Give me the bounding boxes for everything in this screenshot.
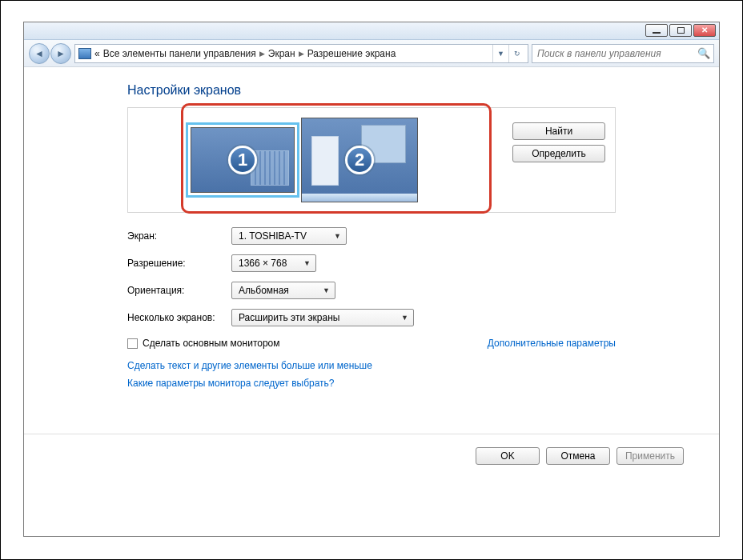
make-primary-checkbox[interactable]	[127, 338, 138, 349]
advanced-settings-link[interactable]: Дополнительные параметры	[488, 338, 616, 349]
chevron-down-icon: ▼	[323, 286, 330, 294]
breadcrumb-dropdown-button[interactable]: ▼	[492, 45, 508, 62]
identify-button[interactable]: Определить	[512, 145, 605, 162]
search-icon: 🔍	[697, 47, 710, 59]
chevron-down-icon: ▼	[334, 232, 341, 240]
page-title: Настройки экранов	[127, 83, 616, 98]
breadcrumb-leading: «	[94, 48, 100, 59]
displays-area[interactable]: 1 2	[128, 108, 480, 212]
multiple-displays-label: Несколько экранов:	[127, 312, 231, 323]
resolution-label: Разрешение:	[127, 258, 231, 269]
window: ✕ ◄ ► « Все элементы панели управления ▶…	[23, 22, 720, 537]
search-input[interactable]	[536, 45, 694, 62]
navbar: ◄ ► « Все элементы панели управления ▶ Э…	[24, 40, 719, 67]
display-select[interactable]: 1. TOSHIBA-TV ▼	[231, 227, 347, 245]
display-select-value: 1. TOSHIBA-TV	[239, 230, 307, 242]
chevron-right-icon: ▶	[299, 50, 304, 58]
content: Настройки экранов 1 2	[24, 67, 719, 536]
breadcrumb-item[interactable]: Все элементы панели управления	[103, 48, 256, 59]
displays-panel: 1 2 Найти Определить	[127, 107, 616, 213]
maximize-button[interactable]	[669, 24, 692, 37]
arrow-right-icon: ►	[56, 48, 66, 59]
resolution-select-value: 1366 × 768	[239, 258, 287, 269]
minimize-button[interactable]	[645, 24, 668, 37]
control-panel-icon	[78, 48, 91, 59]
chevron-right-icon: ▶	[259, 50, 265, 58]
orientation-label: Ориентация:	[127, 285, 231, 296]
display-thumbnail-2[interactable]: 2	[301, 118, 418, 202]
make-primary-label: Сделать основным монитором	[143, 338, 280, 349]
chevron-down-icon: ▼	[303, 259, 311, 267]
multiple-displays-select-value: Расширить эти экраны	[239, 312, 339, 323]
text-size-link[interactable]: Сделать текст и другие элементы больше и…	[127, 360, 616, 371]
display-number-badge: 1	[228, 146, 257, 174]
footer-buttons: OK Отмена Применить	[24, 434, 719, 465]
display-thumbnail-1[interactable]: 1	[191, 127, 295, 193]
close-button[interactable]: ✕	[693, 24, 716, 37]
refresh-button[interactable]: ↻	[508, 45, 524, 62]
search-box[interactable]: 🔍	[532, 44, 714, 63]
resolution-select[interactable]: 1366 × 768 ▼	[231, 254, 316, 272]
orientation-select[interactable]: Альбомная ▼	[231, 282, 335, 299]
settings-form: Экран: 1. TOSHIBA-TV ▼ Разрешение: 1366 …	[127, 227, 616, 326]
orientation-select-value: Альбомная	[239, 285, 289, 296]
display-number-badge: 2	[345, 146, 374, 174]
chevron-down-icon: ▼	[497, 50, 504, 58]
multiple-displays-select[interactable]: Расширить эти экраны ▼	[231, 309, 414, 326]
nav-back-button[interactable]: ◄	[29, 43, 50, 64]
arrow-left-icon: ◄	[34, 48, 44, 59]
ok-button[interactable]: OK	[476, 447, 540, 465]
help-link[interactable]: Какие параметры монитора следует выбрать…	[127, 378, 616, 389]
breadcrumb[interactable]: « Все элементы панели управления ▶ Экран…	[74, 44, 528, 63]
breadcrumb-item[interactable]: Разрешение экрана	[307, 48, 396, 59]
display-label: Экран:	[127, 230, 231, 242]
chevron-down-icon: ▼	[401, 314, 408, 322]
refresh-icon: ↻	[514, 50, 520, 58]
titlebar: ✕	[24, 22, 719, 40]
find-button[interactable]: Найти	[512, 122, 605, 140]
nav-forward-button[interactable]: ►	[50, 43, 71, 64]
breadcrumb-item[interactable]: Экран	[268, 48, 295, 59]
apply-button[interactable]: Применить	[616, 447, 684, 465]
cancel-button[interactable]: Отмена	[546, 447, 610, 465]
